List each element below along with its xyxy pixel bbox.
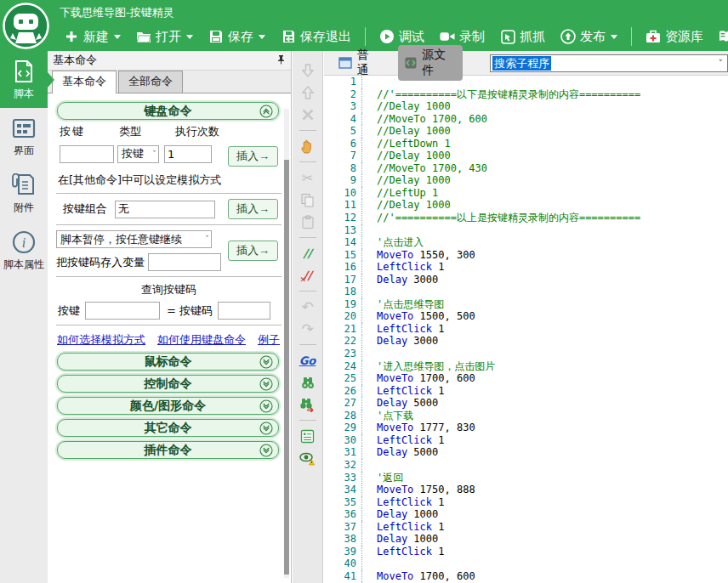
code-line[interactable]: 12//'==========以上是按键精灵录制的内容========== (324, 212, 728, 224)
script-list-icon[interactable] (299, 427, 317, 444)
toolbar-save-button[interactable]: 保存 (202, 27, 271, 47)
toolbar-resource-button[interactable]: 资源库 (640, 27, 709, 47)
store-keycode-input[interactable] (148, 253, 221, 271)
expand-section-icon[interactable] (259, 444, 273, 457)
section-plugin-commands[interactable]: 插件命令 (57, 441, 279, 459)
panel-scrollbar[interactable] (284, 109, 289, 578)
code-line[interactable]: 39LeftClick 1 (324, 546, 728, 558)
code-line[interactable]: 23 (324, 348, 728, 360)
key-type-select[interactable]: 按键 ˅ (117, 145, 159, 163)
code-line[interactable]: 29MoveTo 1777, 830 (324, 422, 728, 434)
code-line[interactable]: 35LeftClick 1 (324, 496, 728, 509)
code-line[interactable]: 7//Delay 1000 (324, 150, 728, 162)
code-line[interactable]: 1 (324, 76, 728, 88)
code-line[interactable]: 8//MoveTo 1700, 430 (324, 162, 728, 175)
query-keycode-input[interactable] (218, 302, 270, 320)
key-combo-input[interactable] (115, 201, 215, 218)
pause-mode-select[interactable]: 脚本暂停，按任意键继续 ˅ (56, 230, 212, 248)
code-line[interactable]: 4//MoveTo 1700, 600 (324, 113, 728, 126)
section-mouse-commands[interactable]: 鼠标命令 (57, 353, 279, 371)
code-line[interactable]: 18 (324, 286, 728, 298)
link-example[interactable]: 例子 (258, 332, 280, 348)
sidebar-item-script-props[interactable]: i脚本属性 (0, 222, 48, 279)
code-line[interactable]: 38Delay 1000 (324, 533, 728, 546)
section-color-graphic-commands[interactable]: 颜色/图形命令 (57, 397, 279, 415)
code-area[interactable]: 12//'==========以下是按键精灵录制的内容==========3//… (324, 76, 728, 583)
sidebar-item-ui[interactable]: 界面 (0, 108, 48, 165)
code-line[interactable]: 34MoveTo 1750, 888 (324, 484, 728, 496)
code-line[interactable]: 31Delay 5000 (324, 446, 728, 459)
drag-hand-icon[interactable] (299, 138, 317, 155)
chevron-down-icon[interactable] (114, 35, 121, 39)
code-line[interactable]: 3//Delay 1000 (324, 100, 728, 113)
code-line[interactable]: 13 (324, 224, 728, 237)
chevron-down-icon[interactable] (259, 35, 265, 39)
insert-key-button[interactable]: 插入→ (228, 146, 278, 167)
section-control-commands[interactable]: 控制命令 (57, 375, 279, 393)
comment-icon[interactable]: // (299, 245, 317, 262)
code-line[interactable]: 36Delay 1000 (324, 508, 728, 521)
count-input[interactable] (164, 145, 212, 163)
code-line[interactable]: 25MoveTo 1700, 600 (324, 372, 728, 385)
code-line[interactable]: 24'进入思维导图，点击图片 (324, 360, 728, 373)
chevron-down-icon[interactable] (186, 35, 193, 39)
toolbar-record-button[interactable]: 录制 (434, 27, 491, 47)
code-line[interactable]: 21LeftClick 1 (324, 323, 728, 336)
code-line[interactable]: 6//LeftDown 1 (324, 138, 728, 150)
code-line[interactable]: 41MoveTo 1700, 600 (324, 570, 728, 583)
code-line[interactable]: 20MoveTo 1500, 500 (324, 310, 728, 323)
code-line[interactable]: 11//Delay 1000 (324, 199, 728, 212)
goto-icon[interactable]: Go (299, 352, 317, 369)
link-how-to-choose-simulation[interactable]: 如何选择模拟方式 (57, 332, 145, 348)
toolbar-learn-button[interactable]: 学习中心 (713, 27, 728, 47)
toolbar-publish-button[interactable]: 发布 (555, 27, 623, 47)
code-line[interactable]: 40 (324, 558, 728, 570)
code-line[interactable]: 14'点击进入 (324, 236, 728, 249)
code-line[interactable]: 10//LeftUp 1 (324, 187, 728, 200)
toolbar-open-button[interactable]: 打开 (130, 27, 199, 47)
toolbar-new-button[interactable]: 新建 (58, 27, 127, 47)
insert-combo-button[interactable]: 插入→ (228, 199, 278, 219)
subroutine-combobox[interactable]: 搜索子程序 ˅ (490, 54, 728, 72)
code-line[interactable]: 37LeftClick 1 (324, 521, 728, 534)
code-line[interactable]: 16LeftClick 1 (324, 261, 728, 274)
chevron-down-icon[interactable] (611, 35, 617, 39)
scrollbar-thumb[interactable] (284, 160, 289, 575)
code-line[interactable]: 28'点下载 (324, 410, 728, 422)
find-icon[interactable] (299, 374, 317, 391)
tab-basic-commands[interactable]: 基本命令 (52, 71, 117, 93)
watch-icon[interactable] (299, 450, 317, 467)
code-line[interactable]: 2//'==========以下是按键精灵录制的内容========== (324, 88, 728, 101)
code-line[interactable]: 19'点击思维导图 (324, 298, 728, 311)
pin-icon[interactable] (276, 54, 286, 67)
code-line[interactable]: 22Delay 3000 (324, 335, 728, 348)
section-keyboard-commands[interactable]: 键盘命令 (57, 102, 279, 120)
key-input[interactable] (60, 145, 114, 163)
expand-section-icon[interactable] (259, 355, 273, 369)
code-line[interactable]: 30LeftClick 1 (324, 434, 728, 447)
find-next-icon[interactable] (299, 396, 317, 413)
insert-pause-button[interactable]: 插入→ (228, 241, 278, 261)
code-line[interactable]: 33'返回 (324, 472, 728, 484)
expand-section-icon[interactable] (259, 399, 273, 413)
code-line[interactable]: 15MoveTo 1550, 300 (324, 249, 728, 262)
toolbar-debug-button[interactable]: 调试 (373, 27, 430, 47)
sidebar-item-script[interactable]: 脚本 (0, 51, 48, 108)
collapse-section-icon[interactable] (259, 105, 273, 118)
uncomment-icon[interactable]: //✕ (299, 267, 317, 284)
expand-section-icon[interactable] (259, 422, 273, 435)
query-key-input[interactable] (85, 302, 160, 320)
section-other-commands[interactable]: 其它命令 (57, 419, 279, 437)
toolbar-capture-button[interactable]: 抓抓 (494, 27, 551, 47)
code-line[interactable]: 9//Delay 1000 (324, 174, 728, 187)
code-line[interactable]: 27Delay 5000 (324, 397, 728, 410)
code-line[interactable]: 17Delay 3000 (324, 274, 728, 286)
code-line[interactable]: 32 (324, 459, 728, 472)
code-line[interactable]: 5//Delay 1000 (324, 125, 728, 138)
link-how-to-use-keyboard-commands[interactable]: 如何使用键盘命令 (157, 332, 246, 348)
code-line[interactable]: 26LeftClick 1 (324, 385, 728, 398)
sidebar-item-attachment[interactable]: 附件 (0, 165, 48, 222)
expand-section-icon[interactable] (259, 377, 273, 391)
toolbar-save-exit-button[interactable]: 保存退出 (275, 27, 357, 47)
tab-all-commands[interactable]: 全部命令 (118, 71, 183, 93)
